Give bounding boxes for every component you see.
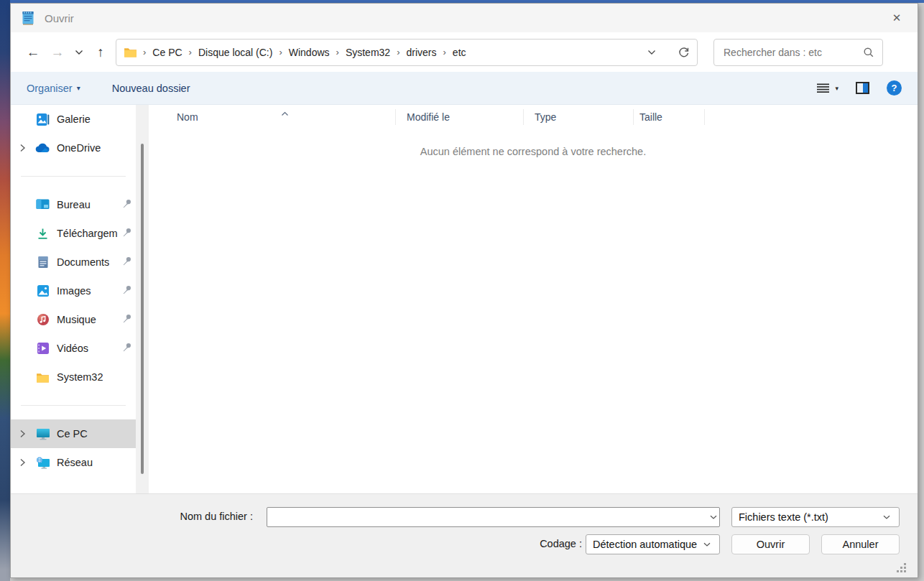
desktop-wallpaper-strip [0, 0, 10, 581]
chevron-down-icon [647, 50, 656, 55]
sidebar-item-label: Téléchargem [57, 228, 118, 239]
breadcrumb-windows[interactable]: Windows [282, 47, 336, 58]
command-toolbar: Organiser ▾ Nouveau dossier ▾ ? [11, 72, 918, 105]
chevron-down-icon [75, 50, 83, 55]
sidebar-item-label: Bureau [57, 199, 91, 210]
breadcrumb-drivers[interactable]: drivers [399, 47, 443, 58]
sidebar-item-bureau[interactable]: Bureau [11, 190, 136, 219]
navigation-bar: ← → ↑ › Ce PC › Disque local (C:) › Wind… [11, 32, 918, 72]
organize-label: Organiser [27, 83, 73, 94]
column-header-taille[interactable]: Taille [634, 109, 705, 125]
scrollbar-thumb[interactable] [141, 144, 144, 474]
dialog-footer: Nom du fichier : Fichiers texte (*.txt) … [11, 493, 918, 577]
pin-icon [122, 313, 131, 326]
music-icon [35, 312, 50, 327]
sidebar-item-label: Galerie [57, 113, 91, 125]
sidebar-item-label: Musique [57, 314, 96, 325]
column-header-modifie-le[interactable]: Modifié le [396, 109, 524, 125]
filename-combobox[interactable] [267, 507, 720, 527]
sidebar-item-reseau[interactable]: Réseau [11, 448, 136, 477]
pictures-icon [35, 284, 50, 298]
forward-button[interactable]: → [45, 40, 70, 65]
videos-icon [35, 341, 50, 355]
sidebar-scrollbar[interactable] [136, 105, 149, 493]
chevron-right-icon [19, 429, 26, 438]
this-pc-icon [35, 427, 50, 441]
sidebar-item-videos[interactable]: Vidéos [11, 334, 136, 363]
sidebar-item-label: Ce PC [57, 428, 88, 440]
search-input[interactable] [722, 46, 863, 59]
gallery-icon [35, 112, 50, 126]
refresh-button[interactable] [678, 46, 690, 58]
navigation-pane: Galerie OneDrive [11, 105, 136, 493]
chevron-down-icon [881, 515, 892, 520]
sidebar-item-ce-pc[interactable]: Ce PC [11, 419, 136, 448]
sort-ascending-icon [281, 106, 289, 119]
preview-pane-button[interactable] [856, 82, 869, 94]
open-button[interactable]: Ouvrir [731, 534, 810, 554]
column-headers: Nom Modifié le Type Taille [149, 105, 918, 129]
folder-icon [35, 370, 50, 384]
sidebar-item-images[interactable]: Images [11, 276, 136, 305]
sidebar-item-telechargements[interactable]: Téléchargem [11, 219, 136, 248]
organize-menu-button[interactable]: Organiser ▾ [27, 83, 80, 94]
sidebar-item-musique[interactable]: Musique [11, 305, 136, 334]
search-box[interactable] [713, 39, 883, 66]
close-button[interactable]: ✕ [884, 7, 909, 29]
desktop-icon [35, 197, 50, 212]
help-button[interactable]: ? [887, 80, 902, 96]
chevron-right-icon [19, 458, 26, 467]
change-view-button[interactable]: ▾ [817, 83, 838, 93]
pin-icon [122, 284, 131, 297]
sidebar-item-documents[interactable]: Documents [11, 248, 136, 276]
breadcrumb-system32[interactable]: System32 [339, 47, 397, 58]
notepad-icon [19, 9, 37, 27]
documents-icon [35, 255, 50, 269]
column-header-nom[interactable]: Nom [149, 109, 396, 125]
refresh-icon [678, 46, 690, 58]
column-header-type[interactable]: Type [524, 109, 634, 125]
onedrive-icon [35, 141, 50, 155]
sidebar-item-label: System32 [57, 371, 103, 383]
chevron-down-icon[interactable] [708, 515, 719, 520]
pin-icon [122, 227, 131, 240]
list-view-icon [817, 83, 829, 93]
breadcrumb-ce-pc[interactable]: Ce PC [146, 47, 188, 58]
encoding-label: Codage : [499, 538, 582, 549]
pin-icon [122, 256, 131, 269]
up-button[interactable]: ↑ [88, 40, 113, 65]
empty-folder-message: Aucun élément ne correspond à votre rech… [149, 146, 918, 157]
pane-left-half [857, 83, 863, 93]
sidebar-divider [21, 405, 126, 406]
sidebar-item-label: Vidéos [57, 343, 88, 354]
encoding-dropdown[interactable]: Détection automatique [586, 534, 720, 554]
recent-locations-button[interactable] [70, 40, 88, 65]
chevron-down-icon: ▾ [835, 85, 838, 92]
address-dropdown-button[interactable] [643, 50, 660, 55]
sidebar-divider [21, 176, 126, 177]
breadcrumb-disque-local[interactable]: Disque local (C:) [192, 47, 279, 58]
chevron-right-icon [19, 144, 26, 152]
filename-input[interactable] [267, 508, 708, 526]
new-folder-button[interactable]: Nouveau dossier [112, 83, 190, 94]
pin-icon [122, 342, 131, 355]
filetype-value: Fichiers texte (*.txt) [739, 511, 828, 523]
back-button[interactable]: ← [21, 40, 45, 65]
sidebar-item-label: Réseau [57, 457, 93, 468]
filetype-dropdown[interactable]: Fichiers texte (*.txt) [731, 507, 900, 527]
cancel-button[interactable]: Annuler [821, 534, 900, 554]
breadcrumb-etc[interactable]: etc [446, 47, 473, 58]
folder-icon [124, 47, 137, 57]
sidebar-item-galerie[interactable]: Galerie [11, 105, 136, 134]
pane-right-half [863, 83, 869, 93]
chevron-down-icon [701, 542, 713, 547]
open-file-dialog: Ouvrir ✕ ← → ↑ › Ce PC › Disque local (C… [10, 3, 918, 578]
sidebar-item-system32[interactable]: System32 [11, 363, 136, 391]
resize-grip[interactable] [895, 562, 906, 572]
search-icon [863, 47, 874, 58]
file-list-area: Nom Modifié le Type Taille Aucun élément… [149, 105, 918, 493]
sidebar-item-label: OneDrive [57, 142, 101, 154]
address-bar[interactable]: › Ce PC › Disque local (C:) › Windows › … [116, 39, 698, 66]
sidebar-item-onedrive[interactable]: OneDrive [11, 134, 136, 162]
encoding-value: Détection automatique [593, 539, 697, 550]
